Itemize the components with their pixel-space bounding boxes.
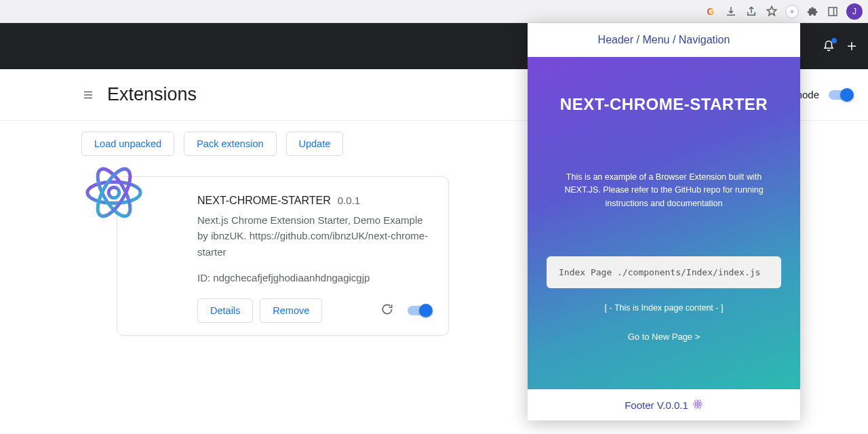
svg-rect-4 <box>829 7 837 16</box>
svg-point-0 <box>791 11 792 12</box>
extension-enable-toggle[interactable] <box>408 306 431 315</box>
details-button[interactable]: Details <box>197 298 253 323</box>
popup-body: NEXT-CHROME-STARTER This is an example o… <box>528 57 800 389</box>
remove-button[interactable]: Remove <box>260 298 322 323</box>
bookmark-star-icon[interactable] <box>765 5 778 18</box>
popup-code-box: Index Page ./components/Index/index.js <box>547 256 781 288</box>
popup-newpage-link[interactable]: Go to New Page > <box>628 332 701 342</box>
menu-hamburger-icon[interactable] <box>81 88 95 102</box>
popup-title: NEXT-CHROME-STARTER <box>560 95 768 114</box>
update-button[interactable]: Update <box>286 132 344 156</box>
download-icon[interactable] <box>724 5 738 18</box>
extension-name: NEXT-CHROME-STARTER <box>197 195 331 207</box>
notification-dot-icon <box>831 38 837 43</box>
popup-header: Header / Menu / Navigation <box>528 23 800 57</box>
extension-id: ID: ndgchecafjefjghodiaanhdngagicgjp <box>197 272 431 283</box>
page-title: Extensions <box>107 84 197 105</box>
extension-description: Next.js Chrome Extension Starter, Demo E… <box>197 212 431 260</box>
profile-avatar[interactable]: J <box>846 3 863 20</box>
popup-subline: [ - This is Index page content - ] <box>605 303 724 313</box>
extension-card: NEXT-CHROME-STARTER 0.0.1 Next.js Chrome… <box>117 176 449 336</box>
footer-react-icon <box>692 399 703 412</box>
extension-version: 0.0.1 <box>338 195 360 206</box>
plus-icon[interactable] <box>845 39 859 53</box>
panel-icon[interactable] <box>826 5 840 18</box>
google-logo-icon[interactable]: G <box>704 5 717 18</box>
active-extension-icon[interactable] <box>785 5 799 18</box>
extension-popup-panel: Header / Menu / Navigation NEXT-CHROME-S… <box>528 23 800 420</box>
svg-point-11 <box>696 403 698 405</box>
popup-description: This is an example of a Browser Extensio… <box>555 171 772 210</box>
extensions-puzzle-icon[interactable] <box>806 5 819 18</box>
notifications-bell-icon[interactable] <box>822 39 835 53</box>
svg-point-7 <box>108 187 119 198</box>
share-icon[interactable] <box>745 5 758 18</box>
popup-footer: Footer V.0.0.1 <box>528 389 800 420</box>
browser-toolbar: G J <box>0 0 868 23</box>
reload-icon[interactable] <box>380 302 394 319</box>
developer-mode-toggle[interactable] <box>829 90 852 100</box>
load-unpacked-button[interactable]: Load unpacked <box>81 132 174 156</box>
extension-react-logo-icon <box>83 162 144 223</box>
popup-footer-label: Footer V.0.0.1 <box>625 399 688 411</box>
pack-extension-button[interactable]: Pack extension <box>184 132 276 156</box>
